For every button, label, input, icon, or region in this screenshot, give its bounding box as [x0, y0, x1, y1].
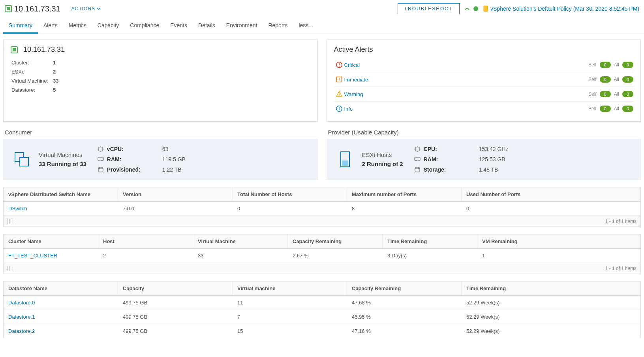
cpu-icon — [98, 146, 104, 152]
metric-label: RAM: — [107, 156, 162, 162]
switch-name-link[interactable]: DSwitch — [8, 206, 27, 212]
cell: 2 — [98, 249, 193, 263]
table-pagination: 1 - 1 of 1 items — [605, 219, 636, 224]
tab-details[interactable]: Details — [193, 18, 221, 34]
svg-point-2 — [473, 6, 478, 11]
alert-link-warning[interactable]: Warning — [344, 91, 392, 97]
col-header[interactable]: Total Number of Hosts — [233, 187, 347, 201]
metric-value: 63 — [162, 146, 308, 152]
col-header[interactable]: Capacity Remaining — [347, 281, 462, 295]
alert-all-count: 0 — [622, 62, 633, 68]
alert-row-info: Info Self 0 All 0 — [334, 101, 634, 116]
table-row[interactable]: Datastore.2 499.75 GB 15 47.16 % 52.29 W… — [4, 324, 640, 338]
host-icon — [336, 150, 354, 168]
tab-capacity[interactable]: Capacity — [92, 18, 124, 34]
table-row[interactable]: Datastore.1 499.75 GB 7 45.95 % 52.29 We… — [4, 310, 640, 324]
page-title: 10.161.73.31 — [14, 4, 60, 13]
alert-link-immediate[interactable]: Immediate — [344, 77, 392, 83]
columns-icon[interactable] — [8, 219, 13, 224]
svg-rect-31 — [342, 161, 348, 166]
svg-rect-32 — [415, 147, 419, 151]
alert-link-critical[interactable]: Critical — [344, 62, 392, 68]
alert-all-label: All — [614, 62, 619, 68]
vcenter-icon — [5, 5, 12, 12]
consumer-title: Virtual Machines — [39, 151, 86, 158]
alert-link-info[interactable]: Info — [344, 106, 392, 112]
svg-point-13 — [339, 95, 340, 96]
col-header[interactable]: Cluster Name — [4, 234, 98, 248]
ram-icon — [414, 156, 421, 162]
alert-self-label: Self — [588, 62, 597, 68]
cell: 3 Day(s) — [383, 249, 477, 263]
ram-icon — [98, 156, 104, 162]
alert-self-label: Self — [588, 91, 597, 97]
cell: 52.29 Week(s) — [462, 310, 640, 324]
columns-icon[interactable] — [8, 266, 13, 271]
col-header[interactable]: Time Remaining — [383, 234, 477, 248]
col-header[interactable]: Capacity — [118, 281, 233, 295]
cell: 0 — [233, 202, 347, 215]
metric-value: 1.22 TB — [162, 166, 308, 173]
cell: 45.95 % — [347, 310, 462, 324]
table-row[interactable]: DSwitch 7.0.0 0 8 0 — [4, 202, 640, 216]
alert-row-warning: Warning Self 0 All 0 — [334, 87, 634, 101]
svg-point-15 — [339, 107, 340, 108]
troubleshoot-button[interactable]: TROUBLESHOOT — [398, 3, 460, 14]
tab-environment[interactable]: Environment — [221, 18, 263, 34]
svg-rect-5 — [13, 48, 16, 51]
summary-card-title: 10.161.73.31 — [23, 45, 65, 54]
stat-value: 33 — [53, 77, 62, 85]
cell: 499.75 GB — [118, 310, 233, 324]
consumer-section-label: Consumer — [3, 129, 318, 136]
col-header[interactable]: VM Remaining — [477, 234, 640, 248]
datastore-name-link[interactable]: Datastore.2 — [8, 328, 35, 334]
col-header[interactable]: Used Number of Ports — [462, 187, 640, 201]
tab-summary[interactable]: Summary — [3, 18, 38, 34]
tab-less[interactable]: less... — [293, 18, 319, 34]
stat-label: Virtual Machine: — [11, 77, 52, 85]
svg-point-11 — [339, 81, 340, 81]
col-header[interactable]: vSphere Distributed Switch Name — [4, 187, 118, 201]
svg-rect-3 — [484, 6, 488, 11]
alert-all-label: All — [614, 91, 619, 97]
actions-dropdown[interactable]: ACTIONS — [71, 6, 101, 11]
cell: 0 — [462, 202, 640, 215]
table-row[interactable]: FT_TEST_CLUSTER 2 33 2.67 % 3 Day(s) 1 — [4, 249, 640, 263]
consumer-panel: Virtual Machines 33 Running of 33 vCPU: … — [3, 139, 318, 180]
col-header[interactable]: Datastore Name — [4, 281, 118, 295]
svg-point-29 — [98, 167, 103, 169]
cell: 499.75 GB — [118, 324, 233, 338]
col-header[interactable]: Virtual machine — [233, 281, 347, 295]
col-header[interactable]: Version — [118, 187, 233, 201]
datastore-name-link[interactable]: Datastore.1 — [8, 314, 35, 320]
cluster-name-link[interactable]: FT_TEST_CLUSTER — [8, 253, 57, 259]
cell: 8 — [347, 202, 462, 215]
col-header[interactable]: Capacity Remaining — [288, 234, 383, 248]
tab-events[interactable]: Events — [165, 18, 193, 34]
col-header[interactable]: Host — [98, 234, 193, 248]
health-icon — [464, 6, 470, 11]
col-header[interactable]: Virtual Machine — [193, 234, 288, 248]
tab-metrics[interactable]: Metrics — [63, 18, 92, 34]
vcenter-icon — [11, 46, 18, 53]
metric-label: CPU: — [424, 146, 479, 152]
alert-self-count: 0 — [600, 91, 611, 97]
policy-link[interactable]: vSphere Solution's Default Policy (Mar 3… — [490, 6, 639, 12]
metric-value: 153.42 GHz — [479, 146, 631, 152]
datastore-name-link[interactable]: Datastore.0 — [8, 300, 35, 306]
cell: 52.29 Week(s) — [462, 324, 640, 338]
critical-icon — [334, 62, 344, 68]
tab-alerts[interactable]: Alerts — [38, 18, 63, 34]
vm-icon — [13, 150, 31, 168]
col-header[interactable]: Maximum number of Ports — [347, 187, 462, 201]
stat-value: 2 — [53, 68, 62, 76]
col-header[interactable]: Time Remaining — [462, 281, 640, 295]
tab-compliance[interactable]: Compliance — [124, 18, 165, 34]
cell: 15 — [233, 324, 347, 338]
status-ok-icon — [473, 6, 479, 11]
cell: 47.68 % — [347, 296, 462, 310]
svg-point-42 — [415, 167, 420, 169]
table-row[interactable]: Datastore.0 499.75 GB 11 47.68 % 52.29 W… — [4, 296, 640, 310]
tab-reports[interactable]: Reports — [263, 18, 293, 34]
cell: 7 — [233, 310, 347, 324]
